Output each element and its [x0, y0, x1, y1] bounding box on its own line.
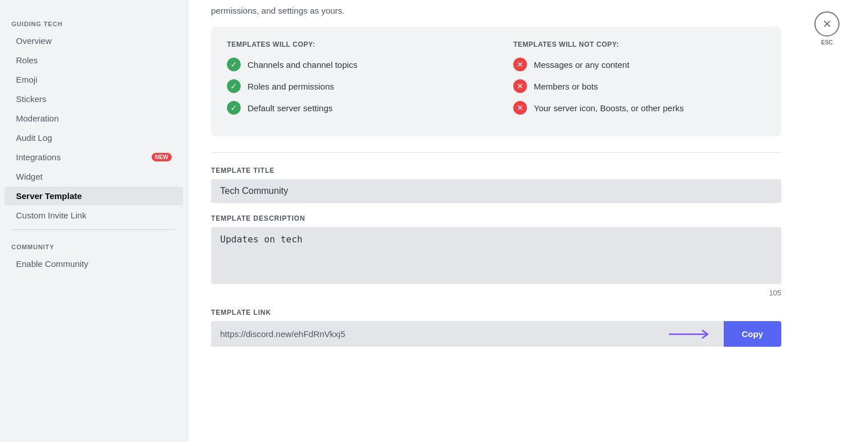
- will-not-copy-item-label: Members or bots: [534, 82, 598, 91]
- section-divider: [211, 152, 781, 153]
- will-copy-item-label: Roles and permissions: [248, 82, 334, 91]
- sidebar-item-enable-community[interactable]: Enable Community: [5, 254, 183, 273]
- sidebar-item-label-server-template: Server Template: [16, 191, 82, 201]
- will-not-copy-item-label: Your server icon, Boosts, or other perks: [534, 103, 684, 113]
- template-link-row: Copy: [211, 321, 781, 347]
- will-copy-item: ✓Default server settings: [227, 101, 479, 115]
- sidebar-section-label-guiding-tech: GUIDING TECH: [0, 11, 188, 31]
- arrow-container: [660, 329, 724, 340]
- sidebar-item-label-moderation: Moderation: [16, 113, 59, 123]
- sidebar-section-label-community: COMMUNITY: [0, 234, 188, 254]
- will-not-copy-item: ✕Your server icon, Boosts, or other perk…: [513, 101, 765, 115]
- sidebar-item-roles[interactable]: Roles: [5, 51, 183, 70]
- template-link-label: TEMPLATE LINK: [211, 309, 781, 317]
- template-description-input[interactable]: Updates on tech: [211, 227, 781, 284]
- sidebar-item-audit-log[interactable]: Audit Log: [5, 128, 183, 147]
- x-icon: ✕: [513, 101, 527, 115]
- sidebar-item-label-stickers: Stickers: [16, 94, 46, 104]
- arrow-icon: [669, 329, 715, 340]
- sidebar-item-label-custom-invite-link: Custom Invite Link: [16, 210, 86, 220]
- esc-label: ESC: [821, 39, 833, 46]
- sidebar-item-emoji[interactable]: Emoji: [5, 70, 183, 89]
- check-icon: ✓: [227, 79, 241, 93]
- template-link-input[interactable]: [211, 321, 660, 347]
- will-copy-column: TEMPLATES WILL COPY: ✓Channels and chann…: [227, 40, 479, 123]
- template-description-label: TEMPLATE DESCRIPTION: [211, 214, 781, 222]
- sidebar-divider: [11, 229, 176, 230]
- sidebar-item-label-integrations: Integrations: [16, 152, 60, 162]
- sidebar-item-label-widget: Widget: [16, 172, 43, 181]
- copy-button[interactable]: Copy: [724, 321, 782, 347]
- new-badge: NEW: [152, 153, 172, 161]
- char-count: 105: [211, 289, 781, 297]
- main-content: ✕ ESC permissions, and settings as yours…: [188, 0, 868, 442]
- will-copy-title: TEMPLATES WILL COPY:: [227, 40, 479, 48]
- sidebar-item-label-audit-log: Audit Log: [16, 133, 52, 143]
- sidebar-item-integrations[interactable]: IntegrationsNEW: [5, 148, 183, 167]
- template-title-label: TEMPLATE TITLE: [211, 167, 781, 175]
- will-copy-item-label: Default server settings: [248, 103, 332, 113]
- sidebar-item-label-overview: Overview: [16, 36, 52, 46]
- will-copy-item: ✓Channels and channel topics: [227, 58, 479, 71]
- check-icon: ✓: [227, 101, 241, 115]
- sidebar-item-moderation[interactable]: Moderation: [5, 109, 183, 128]
- sidebar: GUIDING TECHOverviewRolesEmojiStickersMo…: [0, 0, 188, 442]
- x-icon: ✕: [822, 18, 832, 30]
- info-box: TEMPLATES WILL COPY: ✓Channels and chann…: [211, 27, 781, 136]
- sidebar-item-label-enable-community: Enable Community: [16, 259, 88, 269]
- sidebar-item-label-emoji: Emoji: [16, 75, 38, 84]
- x-icon: ✕: [513, 58, 527, 71]
- sidebar-item-overview[interactable]: Overview: [5, 31, 183, 50]
- sidebar-item-widget[interactable]: Widget: [5, 167, 183, 186]
- will-copy-item-label: Channels and channel topics: [248, 60, 358, 70]
- intro-text: permissions, and settings as yours.: [211, 6, 781, 15]
- will-not-copy-title: TEMPLATES WILL NOT COPY:: [513, 40, 765, 48]
- x-icon: ✕: [513, 79, 527, 93]
- will-copy-item: ✓Roles and permissions: [227, 79, 479, 93]
- template-title-input[interactable]: [211, 179, 781, 203]
- sidebar-item-server-template[interactable]: Server Template: [5, 186, 183, 205]
- sidebar-item-custom-invite-link[interactable]: Custom Invite Link: [5, 206, 183, 225]
- will-not-copy-item: ✕Members or bots: [513, 79, 765, 93]
- will-not-copy-item-label: Messages or any content: [534, 60, 630, 70]
- sidebar-item-label-roles: Roles: [16, 55, 38, 65]
- will-not-copy-column: TEMPLATES WILL NOT COPY: ✕Messages or an…: [513, 40, 765, 123]
- sidebar-item-stickers[interactable]: Stickers: [5, 90, 183, 108]
- close-button[interactable]: ✕ ESC: [814, 11, 839, 37]
- will-not-copy-item: ✕Messages or any content: [513, 58, 765, 71]
- check-icon: ✓: [227, 58, 241, 71]
